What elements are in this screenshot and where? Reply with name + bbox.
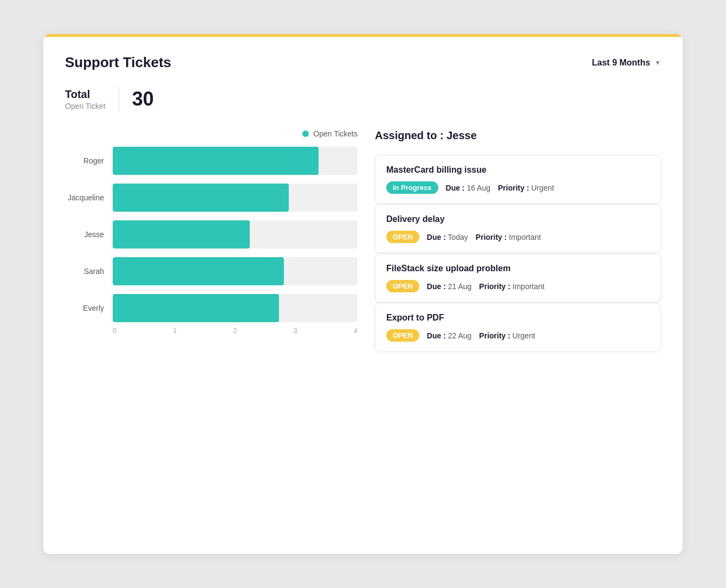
priority: Priority : Important [476,233,541,241]
ticket-card[interactable]: Export to PDFOPENDue : 22 AugPriority : … [375,303,661,352]
ticket-meta: OPENDue : 21 AugPriority : Important [386,280,650,292]
bar-track[interactable] [113,184,358,212]
legend-label: Open Tickets [313,129,358,138]
ticket-list: MasterCard billing issueIn ProgressDue :… [375,155,661,352]
due-date: Due : 21 Aug [427,282,472,291]
axis-label: 2 [233,326,237,335]
stat-number: 30 [132,88,154,110]
bar-fill [113,184,289,212]
ticket-title: FileStack size upload problem [386,264,650,273]
bar-fill [113,294,279,322]
detail-section: Assigned to : Jesse MasterCard billing i… [375,129,661,352]
ticket-card[interactable]: FileStack size upload problemOPENDue : 2… [375,253,661,303]
axis-label: 4 [354,326,358,335]
axis-label: 1 [173,326,177,335]
ticket-meta: OPENDue : TodayPriority : Important [386,231,650,243]
status-badge: OPEN [386,280,419,292]
chevron-down-icon: ▼ [654,59,661,67]
page-title: Support Tickets [65,54,171,71]
chart-axis: 01234 [113,326,358,335]
ticket-card[interactable]: MasterCard billing issueIn ProgressDue :… [375,155,661,204]
filter-label: Last 9 Months [592,58,651,68]
ticket-meta: OPENDue : 22 AugPriority : Urgent [386,329,650,342]
bar-label: Sarah [65,267,104,276]
bar-track[interactable] [113,147,358,175]
filter-button[interactable]: Last 9 Months ▼ [592,58,661,68]
bar-row[interactable]: Roger [65,147,358,175]
due-date: Due : 16 Aug [446,184,491,192]
chart-section: Open Tickets RogerJacquelineJesseSarahEv… [65,129,358,352]
bar-fill [113,147,319,175]
legend-row: Open Tickets [65,129,358,138]
stat-block: Total Open Ticket [65,88,106,110]
stat-label-sub: Open Ticket [65,102,106,110]
bar-row[interactable]: Everly [65,294,358,322]
ticket-title: MasterCard billing issue [386,165,650,175]
ticket-title: Export to PDF [386,313,650,323]
axis-label: 0 [113,326,116,335]
assigned-title: Assigned to : Jesse [375,129,661,142]
bar-row[interactable]: Jesse [65,220,358,249]
bar-label: Jesse [65,230,104,239]
status-badge: OPEN [386,231,419,243]
priority: Priority : Urgent [498,184,554,192]
bar-label: Jacqueline [65,193,104,202]
stat-divider [119,86,119,112]
stats-row: Total Open Ticket 30 [65,86,661,112]
status-badge: OPEN [386,329,419,342]
axis-labels: 01234 [113,326,358,335]
due-date: Due : Today [427,233,468,241]
bar-row[interactable]: Jacqueline [65,184,358,212]
ticket-meta: In ProgressDue : 16 AugPriority : Urgent [386,181,650,194]
main-content: Open Tickets RogerJacquelineJesseSarahEv… [65,129,661,352]
legend-dot [302,130,309,137]
ticket-card[interactable]: Delivery delayOPENDue : TodayPriority : … [375,204,661,253]
bar-track[interactable] [113,257,358,285]
header-row: Support Tickets Last 9 Months ▼ [65,54,661,71]
bar-fill [113,257,284,285]
bar-track[interactable] [113,220,358,249]
bar-track[interactable] [113,294,358,322]
main-card: Support Tickets Last 9 Months ▼ Total Op… [43,34,683,554]
stat-label-main: Total [65,88,106,101]
priority: Priority : Important [479,282,544,291]
bar-row[interactable]: Sarah [65,257,358,285]
bar-label: Roger [65,156,104,165]
due-date: Due : 22 Aug [427,331,472,340]
bar-label: Everly [65,304,104,312]
bar-fill [113,220,250,249]
priority: Priority : Urgent [479,331,535,340]
ticket-title: Delivery delay [386,214,650,224]
axis-label: 3 [294,326,297,335]
status-badge: In Progress [386,181,438,194]
chart-area: RogerJacquelineJesseSarahEverly [65,147,358,322]
